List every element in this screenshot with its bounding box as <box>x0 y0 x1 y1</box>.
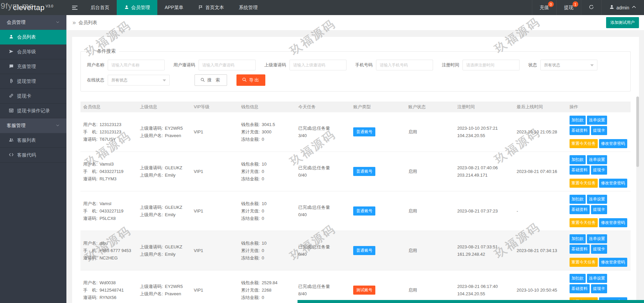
account-status-cell: 启用 <box>406 152 454 191</box>
withdraw-card-button[interactable]: 提现卡 <box>591 284 607 293</box>
topbar: clevertap V3.0 后台首页 会员管理 APP菜单 <box>0 0 644 15</box>
wallet-recharge: 0 <box>262 208 264 214</box>
withdraw-card-button[interactable]: 提现卡 <box>591 205 607 214</box>
change-password-button[interactable]: 修改登录密码 <box>599 218 627 227</box>
col-last-online: 最后上线时间 <box>514 102 567 112</box>
member-phone: 0433227119 <box>100 169 123 174</box>
basic-profile-button[interactable]: 基础资料 <box>570 166 590 175</box>
chain-order-settings-button[interactable]: 连单设置 <box>587 155 607 164</box>
nav-item-dashboard[interactable]: 后台首页 <box>83 0 117 15</box>
change-password-button[interactable]: 修改登录密码 <box>599 179 627 188</box>
withdraw-notice-button[interactable]: 提现 1 <box>556 0 581 15</box>
status-select[interactable]: 所有状态 <box>540 60 597 70</box>
reg-time: 2023-08-21 07:33:51 <box>457 243 511 251</box>
chain-order-settings-button[interactable]: 连单设置 <box>587 195 607 204</box>
table-row: 用户名:Vamsl3 手 机:0433227119 邀请码:RL7YM3 上级邀… <box>80 152 631 191</box>
app-root: clevertap V3.0 后台首页 会员管理 APP菜单 <box>0 0 644 303</box>
username-label: admin <box>616 5 629 10</box>
sidebar-toggle-button[interactable] <box>66 0 83 15</box>
nav-item-home-text[interactable]: 首页文本 <box>191 0 231 15</box>
reset-today-task-button[interactable]: 重置今天任务 <box>570 258 598 267</box>
search-button[interactable]: 搜 索 <box>195 74 227 86</box>
withdraw-card-button[interactable]: 提现卡 <box>591 126 607 135</box>
add-deduct-button[interactable]: 加扣款 <box>570 116 586 125</box>
hamburger-icon <box>72 5 77 11</box>
sidebar-item-withdraw-card[interactable]: 提现卡 <box>0 89 66 104</box>
account-status-cell: 启用 <box>406 270 454 303</box>
reg-ip: 104.234.20.55 <box>457 290 511 298</box>
bottom-scroll-strip[interactable] <box>298 300 644 303</box>
breadcrumb: » 会员列表 添加测试用户 <box>66 15 644 30</box>
recharge-notice-button[interactable]: 充值 0 <box>532 0 556 15</box>
online-status-select[interactable]: 所有状态 <box>108 75 170 85</box>
account-type-badge: 普通账号 <box>353 127 375 136</box>
add-deduct-button[interactable]: 加扣款 <box>570 155 586 164</box>
sidebar-item-support-code[interactable]: 客服代码 <box>0 148 66 163</box>
table-vertical-scrollbar[interactable] <box>636 97 639 303</box>
parent-username: Praveen <box>165 291 181 296</box>
task-progress: 0/40 <box>298 211 348 219</box>
account-status-cell: 启用 <box>406 191 454 231</box>
basic-profile-button[interactable]: 基础资料 <box>570 245 590 254</box>
member-info-cell: 用户名:123123123 手 机:123123123 邀请码:T67USY <box>80 112 137 152</box>
withdraw-card-button[interactable]: 提现卡 <box>591 245 607 254</box>
add-deduct-button[interactable]: 加扣款 <box>570 195 586 204</box>
main-content: » 会员列表 添加测试用户 条件搜索 用户名称 用户邀请码 上级邀请 <box>66 15 644 303</box>
chain-order-settings-button[interactable]: 连单设置 <box>587 116 607 125</box>
parent-invite-code-input[interactable] <box>289 60 346 70</box>
withdraw-card-button[interactable]: 提现卡 <box>591 166 607 175</box>
chain-order-settings-button[interactable]: 连单设置 <box>587 234 607 243</box>
person-icon <box>124 5 129 11</box>
change-password-button[interactable]: 修改登录密码 <box>599 258 627 267</box>
wallet-recharge: 0 <box>262 248 264 253</box>
add-test-user-button[interactable]: 添加测试用户 <box>606 17 639 28</box>
sidebar-item-withdraw-mgmt[interactable]: 提现管理 <box>0 74 66 89</box>
chain-order-settings-button[interactable]: 连单设置 <box>587 274 607 283</box>
wallet-frozen: 0 <box>262 255 264 260</box>
reset-today-task-button[interactable]: 重置今天任务 <box>570 218 598 227</box>
basic-profile-button[interactable]: 基础资料 <box>570 284 590 293</box>
parent-info-cell: 上级邀请码:GLEUKZ 上级用户名:Emily <box>137 231 191 270</box>
sidebar-section-members[interactable]: 会员管理 <box>0 15 66 30</box>
sidebar-section-support[interactable]: 客服管理 <box>0 118 66 133</box>
add-deduct-button[interactable]: 加扣款 <box>570 234 586 243</box>
sidebar-item-member-level[interactable]: 会员等级 <box>0 45 66 59</box>
wallet-balance: 10 <box>262 201 266 206</box>
member-info-cell: 用户名:Vamsl 手 机:0433227119 邀请码:P5LCX8 <box>80 191 137 231</box>
reset-today-task-button[interactable]: 重置今天任务 <box>570 179 598 188</box>
sidebar-item-support-list[interactable]: 客服列表 <box>0 133 66 148</box>
nav-item-app-menu[interactable]: APP菜单 <box>157 0 191 15</box>
scrollbar-thumb[interactable] <box>636 97 639 167</box>
reset-today-task-button[interactable]: 重置今天任务 <box>570 139 598 148</box>
breadcrumb-icon: » <box>72 19 76 26</box>
nav-item-members[interactable]: 会员管理 <box>117 0 157 15</box>
search-field-online-status: 在线状态 所有状态 <box>87 75 170 85</box>
last-online-cell: - <box>514 191 567 231</box>
nav-item-system[interactable]: 系统管理 <box>231 0 265 15</box>
change-password-button[interactable]: 修改登录密码 <box>599 139 627 148</box>
last-online-time: 2023-10-10 21:05:28 <box>517 129 557 134</box>
user-invite-code-input[interactable] <box>199 60 256 70</box>
add-deduct-button[interactable]: 加扣款 <box>570 274 586 283</box>
reg-time-input[interactable] <box>463 60 520 70</box>
account-type-cell: 普通账号 <box>351 231 406 270</box>
export-button[interactable]: 导出 <box>236 74 265 86</box>
wallet-recharge: 3000 <box>262 129 271 134</box>
list-icon <box>9 108 14 114</box>
sidebar-item-recharge-mgmt[interactable]: 充值管理 <box>0 59 66 74</box>
reg-ip: 104.234.20.55 <box>457 132 511 139</box>
parent-info-cell: 上级邀请码:GLEUKZ 上级用户名:Emily <box>137 152 191 191</box>
reg-time-cell: 2023-10-10 20:57:21 104.234.20.55 <box>454 112 514 152</box>
username-input[interactable] <box>108 60 165 70</box>
page-title: 会员列表 <box>78 20 97 26</box>
sidebar-item-member-list[interactable]: 会员列表 <box>0 30 66 45</box>
wallet-recharge: 0 <box>262 169 264 174</box>
refresh-button[interactable] <box>581 0 601 15</box>
sidebar-item-withdraw-card-log[interactable]: 提现卡操作记录 <box>0 104 66 118</box>
basic-profile-button[interactable]: 基础资料 <box>570 205 590 214</box>
basic-profile-button[interactable]: 基础资料 <box>570 126 590 135</box>
user-menu[interactable]: admin <box>601 0 644 15</box>
task-progress: 8/40 <box>298 290 348 298</box>
table-row: 用户名:dibu 手 机:+965 6777 9453 邀请码:NC2HEG 上… <box>80 231 631 270</box>
phone-input[interactable] <box>376 60 433 70</box>
